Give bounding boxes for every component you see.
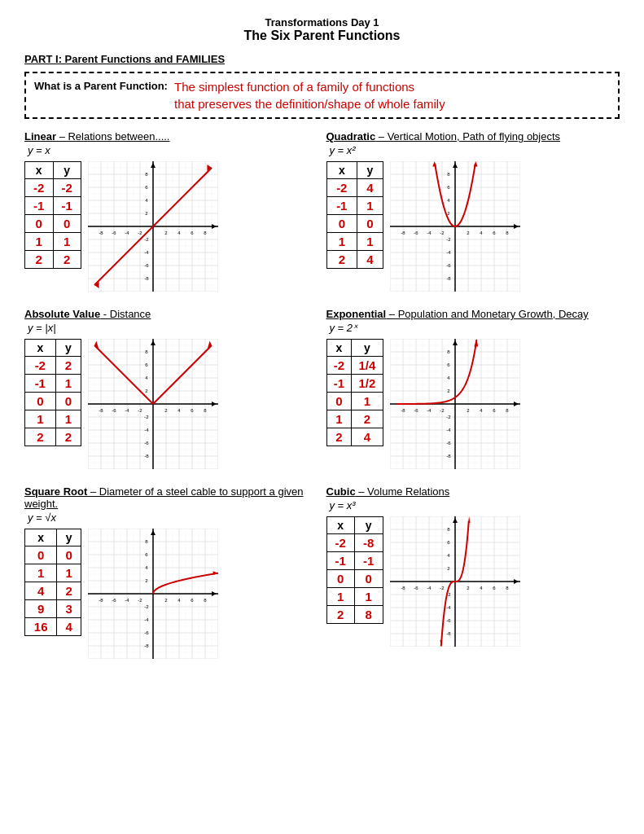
svg-text:-2: -2 bbox=[446, 237, 451, 242]
table-cell: 0 bbox=[355, 570, 383, 588]
svg-text:-8: -8 bbox=[446, 631, 451, 636]
function-content-linear: xy-2-2-1-1001122-88-66-44-222-24-46-68-8 bbox=[24, 161, 318, 292]
table-cell: 9 bbox=[25, 600, 57, 618]
svg-marker-254 bbox=[151, 340, 156, 345]
table-cell: 2 bbox=[326, 428, 352, 446]
table-row: 28 bbox=[326, 606, 383, 624]
graph-container-quadratic: -88-66-44-222-24-46-68-8 bbox=[390, 161, 520, 292]
table-row: 11 bbox=[326, 233, 383, 251]
graph-svg: -88-66-44-222-24-46-68-8 bbox=[390, 339, 520, 469]
table-cell: -1 bbox=[326, 197, 357, 215]
part1-heading: PART I: Parent Functions and FAMILIES bbox=[24, 53, 620, 65]
function-name-squareroot: Square Root – Diameter of a steel cable … bbox=[24, 485, 318, 510]
svg-text:-6: -6 bbox=[112, 598, 116, 603]
svg-text:-2: -2 bbox=[440, 408, 445, 413]
table-cell: 2 bbox=[25, 428, 56, 446]
svg-text:-6: -6 bbox=[446, 618, 451, 623]
table-cell: 0 bbox=[55, 393, 81, 410]
svg-marker-82 bbox=[151, 163, 156, 168]
svg-marker-171 bbox=[432, 161, 436, 166]
table-cell: -2 bbox=[53, 179, 81, 197]
table-row: -11 bbox=[326, 197, 383, 215]
svg-text:-4: -4 bbox=[144, 428, 149, 432]
table-row: -2-2 bbox=[25, 179, 81, 197]
table-cell: -2 bbox=[326, 357, 352, 375]
table-row: 11 bbox=[25, 564, 81, 582]
table-cell: 1 bbox=[55, 375, 81, 393]
graph-container-cubic: -88-66-44-222-24-46-68-8 bbox=[390, 516, 520, 647]
function-section-linear: Linear – Relations between.....y = xxy-2… bbox=[24, 130, 318, 292]
svg-text:-2: -2 bbox=[440, 586, 445, 590]
svg-line-257 bbox=[153, 345, 212, 404]
svg-text:-4: -4 bbox=[446, 605, 451, 610]
svg-text:-4: -4 bbox=[125, 230, 129, 235]
svg-text:-8: -8 bbox=[446, 454, 451, 459]
function-section-exponential: Exponential – Population and Monetary Gr… bbox=[326, 308, 620, 469]
svg-text:-6: -6 bbox=[144, 630, 149, 635]
table-row: 24 bbox=[326, 428, 383, 446]
xy-table-cubic: xy-2-8-1-1001128 bbox=[326, 516, 383, 624]
table-header: y bbox=[57, 529, 81, 546]
functions-grid: Linear – Relations between.....y = xxy-2… bbox=[24, 130, 620, 659]
function-content-absolute: xy-22-11001122-88-66-44-222-24-46-68-8 bbox=[24, 339, 318, 469]
table-cell: 1 bbox=[357, 197, 383, 215]
graph-container-exponential: -88-66-44-222-24-46-68-8 bbox=[390, 339, 520, 469]
table-header: x bbox=[326, 162, 357, 179]
svg-marker-429 bbox=[213, 571, 218, 575]
table-cell: 1 bbox=[25, 564, 57, 582]
table-cell: 0 bbox=[53, 215, 81, 233]
table-row: 00 bbox=[25, 215, 81, 233]
function-section-cubic: Cubic – Volume Relationsy = x³xy-2-8-1-1… bbox=[326, 485, 620, 659]
function-content-exponential: xy-21/4-11/2011224-88-66-44-222-24-46-68… bbox=[326, 339, 620, 469]
table-row: 11 bbox=[326, 588, 383, 606]
table-cell: 0 bbox=[25, 393, 56, 410]
table-cell: -1 bbox=[326, 552, 355, 570]
table-row: -11/2 bbox=[326, 375, 383, 393]
svg-text:-6: -6 bbox=[112, 230, 116, 235]
table-row: -1-1 bbox=[25, 197, 81, 215]
function-name-linear: Linear – Relations between..... bbox=[24, 130, 318, 143]
table-cell: 2 bbox=[57, 582, 81, 600]
table-cell: 0 bbox=[25, 546, 57, 564]
table-cell: 0 bbox=[25, 215, 54, 233]
table-row: -1-1 bbox=[326, 552, 383, 570]
svg-text:-2: -2 bbox=[446, 415, 451, 419]
function-name-quadratic: Quadratic – Vertical Motion, Path of fly… bbox=[326, 130, 620, 143]
table-cell: 0 bbox=[57, 546, 81, 564]
table-row: 11 bbox=[25, 233, 81, 251]
main-title: The Six Parent Functions bbox=[24, 29, 620, 43]
svg-text:-2: -2 bbox=[144, 237, 149, 242]
table-cell: 1 bbox=[57, 564, 81, 582]
function-equation-quadratic: y = x² bbox=[330, 144, 620, 156]
table-header: x bbox=[25, 340, 56, 357]
table-cell: 1 bbox=[355, 588, 383, 606]
table-cell: 4 bbox=[25, 582, 57, 600]
table-cell: 1 bbox=[326, 588, 355, 606]
table-cell: 2 bbox=[326, 251, 357, 269]
table-cell: 1 bbox=[25, 410, 56, 428]
svg-text:-2: -2 bbox=[144, 415, 149, 419]
svg-text:-6: -6 bbox=[446, 263, 451, 268]
table-cell: 1 bbox=[357, 233, 383, 251]
table-cell: 4 bbox=[357, 251, 383, 269]
svg-text:-4: -4 bbox=[125, 408, 129, 413]
table-row: -21/4 bbox=[326, 357, 383, 375]
graph-svg: -88-66-44-222-24-46-68-8 bbox=[88, 529, 218, 659]
function-equation-cubic: y = x³ bbox=[330, 499, 620, 511]
function-section-absolute: Absolute Value - Distancey = |x|xy-22-11… bbox=[24, 308, 318, 469]
table-cell: -1 bbox=[326, 375, 352, 393]
subtitle: Transformations Day 1 bbox=[24, 16, 620, 29]
table-row: -22 bbox=[25, 357, 81, 375]
parent-function-box: What is a Parent Function: The simplest … bbox=[24, 72, 620, 119]
table-row: -11 bbox=[25, 375, 81, 393]
graph-svg: -88-66-44-222-24-46-68-8 bbox=[390, 516, 520, 647]
xy-table-exponential: xy-21/4-11/2011224 bbox=[326, 339, 383, 446]
table-header: y bbox=[357, 162, 383, 179]
table-cell: 2 bbox=[55, 357, 81, 375]
svg-text:-4: -4 bbox=[427, 230, 432, 235]
table-cell: -2 bbox=[25, 179, 54, 197]
table-cell: -1 bbox=[25, 375, 56, 393]
table-cell: 1 bbox=[53, 233, 81, 251]
table-cell: 1/2 bbox=[352, 375, 383, 393]
function-content-quadratic: xy-24-11001124-88-66-44-222-24-46-68-8 bbox=[326, 161, 620, 292]
